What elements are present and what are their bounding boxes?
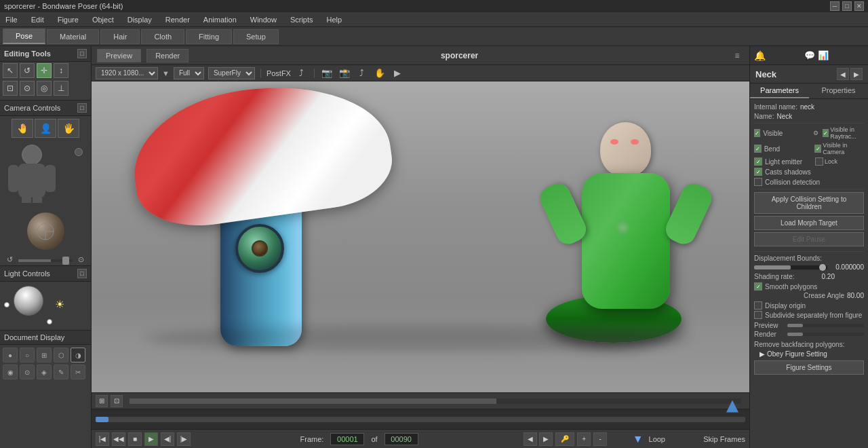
viewport-tab-render[interactable]: Render bbox=[146, 49, 189, 62]
display-sphere-icon[interactable]: ◉ bbox=[3, 365, 18, 379]
lock-checkbox[interactable] bbox=[815, 157, 823, 166]
display-textured-icon[interactable]: ⬡ bbox=[54, 348, 68, 362]
tab-setup[interactable]: Setup bbox=[233, 29, 279, 44]
prev-frame-btn[interactable]: ◀◀ bbox=[112, 432, 125, 446]
rotate-tool[interactable]: ↺ bbox=[20, 63, 35, 78]
crop-tool[interactable]: ⊡ bbox=[3, 81, 18, 96]
vf-grid-btn[interactable]: ⊞ bbox=[96, 395, 108, 407]
viewport-menu-icon[interactable]: ≡ bbox=[730, 49, 744, 62]
menu-edit[interactable]: Edit bbox=[28, 14, 47, 25]
move-tool[interactable]: ✛ bbox=[37, 63, 52, 78]
camera-controls-collapse[interactable]: □ bbox=[77, 103, 87, 113]
tab-cloth[interactable]: Cloth bbox=[141, 29, 184, 44]
scale-tool[interactable]: ↕ bbox=[54, 63, 68, 78]
casts-shadows-checkbox[interactable] bbox=[754, 168, 762, 176]
pose-expand-icon[interactable]: ⊙ bbox=[78, 255, 84, 264]
minimize-btn[interactable]: ─ bbox=[830, 1, 840, 11]
magnet-tool[interactable]: ⊙ bbox=[20, 81, 35, 96]
viewport-scrollbar[interactable] bbox=[130, 398, 741, 404]
apply-collision-btn[interactable]: Apply Collision Setting to Children bbox=[754, 192, 864, 214]
expand-icon[interactable]: ▶ bbox=[391, 67, 404, 80]
pose-slider[interactable] bbox=[18, 259, 73, 262]
tab-pose[interactable]: Pose bbox=[3, 29, 45, 44]
render-slider-track[interactable] bbox=[787, 333, 864, 336]
total-frames-input[interactable] bbox=[384, 433, 418, 445]
light-handle[interactable] bbox=[47, 319, 52, 324]
add-key-btn[interactable]: + bbox=[577, 432, 591, 446]
display-cut-icon[interactable]: ✂ bbox=[71, 365, 85, 379]
export-icon[interactable]: ⤴ bbox=[355, 67, 369, 80]
tab-material[interactable]: Material bbox=[47, 29, 99, 44]
viewport-scene[interactable] bbox=[92, 81, 749, 392]
goto-start-btn[interactable]: |◀ bbox=[96, 432, 109, 446]
menu-render[interactable]: Render bbox=[163, 14, 193, 25]
edit-pause-btn[interactable]: Edit Pause bbox=[754, 232, 864, 246]
cam-hand-right[interactable]: 🖐 bbox=[58, 119, 79, 138]
camera-photo-icon[interactable]: 📷 bbox=[320, 67, 334, 80]
tab-properties[interactable]: Properties bbox=[809, 83, 868, 98]
preview-slider-track[interactable] bbox=[787, 324, 864, 327]
pose-trackball[interactable] bbox=[27, 212, 64, 250]
close-btn[interactable]: ✕ bbox=[854, 1, 864, 11]
display-origin-checkbox[interactable] bbox=[754, 301, 762, 310]
display-wire-icon[interactable]: ◈ bbox=[37, 365, 52, 379]
notification-icon[interactable]: 🔔 bbox=[754, 50, 766, 61]
visible-raytracing-checkbox[interactable] bbox=[823, 129, 829, 137]
display-half-solid-icon[interactable]: ◑ bbox=[71, 348, 85, 362]
obey-figure-option[interactable]: ▶ Obey Figure Setting bbox=[754, 350, 864, 358]
resolution-select[interactable]: 1920 x 1080... bbox=[96, 67, 158, 79]
figure-zoom-control[interactable] bbox=[75, 148, 83, 156]
stop-btn[interactable]: ■ bbox=[128, 432, 142, 446]
delete-key-btn[interactable]: - bbox=[593, 432, 607, 446]
tab-hair[interactable]: Hair bbox=[100, 29, 140, 44]
maximize-btn[interactable]: □ bbox=[842, 1, 852, 11]
prev-nav-btn[interactable]: ◀ bbox=[524, 432, 537, 446]
bend-checkbox[interactable] bbox=[754, 145, 762, 153]
next-key-btn[interactable]: |▶ bbox=[177, 432, 191, 446]
chart-icon[interactable]: 📊 bbox=[818, 50, 829, 60]
quality-select[interactable]: Full bbox=[174, 67, 204, 79]
load-morph-btn[interactable]: Load Morph Target bbox=[754, 216, 864, 230]
next-nav-btn[interactable]: ▶ bbox=[539, 432, 553, 446]
bone-tool[interactable]: ⊥ bbox=[54, 81, 68, 96]
window-controls[interactable]: ─ □ ✕ bbox=[830, 1, 864, 11]
play-btn[interactable]: ▶ bbox=[144, 432, 158, 446]
morph-tool[interactable]: ◎ bbox=[37, 81, 52, 96]
subdivide-checkbox[interactable] bbox=[754, 311, 762, 319]
smooth-polygons-checkbox[interactable] bbox=[754, 282, 762, 291]
cam-figure[interactable]: 👤 bbox=[35, 119, 56, 138]
key-lock-btn[interactable]: 🔑 bbox=[555, 432, 574, 446]
menu-figure[interactable]: Figure bbox=[55, 14, 81, 25]
display-dotted-icon[interactable]: ⊙ bbox=[20, 365, 35, 379]
menu-scripts[interactable]: Scripts bbox=[288, 14, 316, 25]
tab-parameters[interactable]: Parameters bbox=[750, 83, 809, 98]
visible-camera-checkbox[interactable] bbox=[814, 145, 822, 153]
visible-checkbox[interactable] bbox=[754, 129, 760, 137]
display-solid-icon[interactable]: ● bbox=[3, 348, 18, 362]
light-controls-collapse[interactable]: □ bbox=[77, 269, 87, 278]
neck-next-btn[interactable]: ▶ bbox=[850, 68, 863, 80]
editing-tools-collapse[interactable]: □ bbox=[77, 49, 87, 58]
figure-settings-btn[interactable]: Figure Settings bbox=[754, 360, 864, 375]
display-edit-icon[interactable]: ✎ bbox=[54, 365, 68, 379]
neck-prev-btn[interactable]: ◀ bbox=[837, 68, 849, 80]
light-emitter-checkbox[interactable] bbox=[754, 157, 762, 166]
displacement-track[interactable] bbox=[754, 265, 827, 269]
display-grid-icon[interactable]: ⊞ bbox=[37, 348, 52, 362]
menu-display[interactable]: Display bbox=[125, 14, 155, 25]
prev-key-btn[interactable]: ◀| bbox=[161, 432, 174, 446]
light-position-dot[interactable] bbox=[4, 302, 9, 307]
menu-animation[interactable]: Animation bbox=[201, 14, 239, 25]
display-circle-icon[interactable]: ○ bbox=[20, 348, 35, 362]
timeline-bar[interactable] bbox=[96, 417, 745, 422]
menu-file[interactable]: File bbox=[3, 14, 20, 25]
vf-aspect-btn[interactable]: ⊡ bbox=[111, 395, 123, 407]
pose-reset-icon[interactable]: ↺ bbox=[7, 255, 13, 264]
sun-icon[interactable]: ☀ bbox=[55, 298, 64, 311]
select-tool[interactable]: ↖ bbox=[3, 63, 18, 78]
menu-object[interactable]: Object bbox=[90, 14, 117, 25]
camera-render-icon[interactable]: 📸 bbox=[338, 67, 351, 80]
cam-hand-left[interactable]: 🤚 bbox=[12, 119, 33, 138]
menu-help[interactable]: Help bbox=[324, 14, 345, 25]
light-trackball[interactable] bbox=[14, 286, 43, 316]
